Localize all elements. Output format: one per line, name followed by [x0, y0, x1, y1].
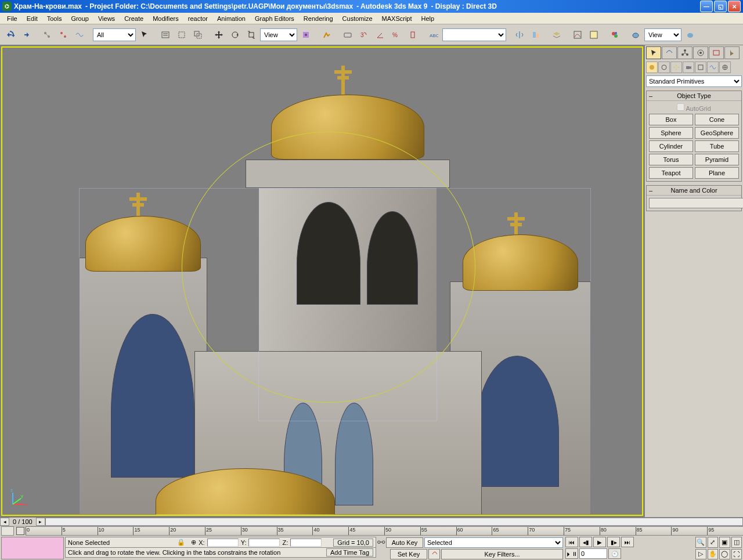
zoom-button[interactable]: 🔍 — [695, 537, 706, 548]
object-name-input[interactable] — [649, 198, 743, 208]
goto-end-button[interactable]: ⏭ — [621, 537, 634, 547]
bind-spacewarp-button[interactable] — [72, 27, 87, 42]
undo-button[interactable] — [2, 27, 17, 42]
x-input[interactable] — [207, 539, 239, 547]
select-button[interactable] — [137, 27, 152, 42]
keyfilters-button[interactable]: Key Filters... — [441, 549, 563, 559]
pan-button[interactable]: ✋ — [708, 549, 719, 560]
select-by-name-button[interactable] — [158, 27, 173, 42]
cone-button[interactable]: Cone — [695, 114, 739, 125]
menu-tools[interactable]: Tools — [42, 14, 67, 23]
name-color-header[interactable]: –Name and Color — [647, 186, 741, 196]
geometry-subtab[interactable] — [646, 62, 658, 73]
trackbar-toggle-button[interactable] — [1, 526, 14, 536]
render-preset-dropdown[interactable]: View — [644, 28, 681, 41]
current-frame-input[interactable] — [579, 548, 607, 559]
create-tab[interactable] — [646, 46, 661, 59]
play-button[interactable]: ▶ — [593, 537, 606, 547]
menu-animation[interactable]: Animation — [212, 14, 250, 23]
spinner-snap-button[interactable] — [405, 27, 420, 42]
pivot-center-button[interactable] — [298, 27, 313, 42]
menu-customize[interactable]: Customize — [338, 14, 377, 23]
render-scene-button[interactable] — [628, 27, 643, 42]
unlink-button[interactable] — [56, 27, 71, 42]
hierarchy-tab[interactable] — [677, 46, 692, 59]
next-frame-button[interactable]: ▮▸ — [607, 537, 620, 547]
menu-views[interactable]: Views — [93, 14, 120, 23]
transform-type-icon[interactable]: ⊕ — [191, 539, 196, 546]
move-button[interactable] — [211, 27, 226, 42]
box-button[interactable]: Box — [649, 114, 693, 125]
window-maximize-button[interactable]: ◱ — [714, 1, 727, 12]
time-config-button[interactable]: 🕙 — [608, 548, 621, 559]
selection-filter-dropdown[interactable]: All — [93, 28, 136, 41]
z-input[interactable] — [290, 539, 322, 547]
plane-button[interactable]: Plane — [695, 167, 739, 179]
menu-edit[interactable]: Edit — [22, 14, 42, 23]
shapes-subtab[interactable] — [658, 62, 670, 73]
cylinder-button[interactable]: Cylinder — [649, 140, 693, 152]
maximize-viewport-button[interactable]: ⛶ — [731, 549, 742, 560]
curve-editor-button[interactable] — [570, 27, 585, 42]
setkey-button[interactable]: Set Key — [390, 549, 427, 559]
snap-toggle-button[interactable]: 3 — [356, 27, 372, 42]
named-selection-dropdown[interactable] — [442, 28, 506, 41]
angle-snap-button[interactable] — [373, 27, 388, 42]
keyboard-shortcut-override-button[interactable] — [340, 27, 355, 42]
sphere-button[interactable]: Sphere — [649, 127, 693, 139]
zoom-extents-all-button[interactable]: ◫ — [731, 537, 742, 548]
arc-rotate-gizmo[interactable] — [182, 132, 476, 403]
geometry-category-dropdown[interactable]: Standard Primitives — [646, 75, 742, 87]
schematic-view-button[interactable] — [586, 27, 601, 42]
tube-button[interactable]: Tube — [695, 140, 739, 152]
manipulate-button[interactable] — [319, 27, 334, 42]
goto-start-button[interactable]: ⏮ — [565, 537, 578, 547]
object-type-header[interactable]: –Object Type — [647, 91, 741, 101]
scale-button[interactable] — [244, 27, 259, 42]
torus-button[interactable]: Torus — [649, 154, 693, 165]
helpers-subtab[interactable] — [695, 62, 706, 73]
prev-frame-button[interactable]: ◂▮ — [579, 537, 592, 547]
window-minimize-button[interactable]: — — [700, 1, 713, 12]
add-time-tag-button[interactable]: Add Time Tag — [326, 548, 373, 557]
window-crossing-button[interactable] — [190, 27, 205, 42]
zoom-all-button[interactable]: ⤢ — [708, 537, 719, 548]
window-close-button[interactable]: ✕ — [728, 1, 741, 12]
menu-modifiers[interactable]: Modifiers — [148, 14, 183, 23]
menu-group[interactable]: Group — [66, 14, 93, 23]
menu-grapheditors[interactable]: Graph Editors — [250, 14, 299, 23]
motion-tab[interactable] — [693, 46, 708, 59]
hscroll-left-button[interactable]: ◂ — [0, 518, 9, 526]
time-ruler[interactable]: 0510152025303540455055606570758085909510… — [26, 526, 743, 536]
hscroll-right-button[interactable]: ▸ — [36, 518, 45, 526]
percent-snap-button[interactable]: % — [389, 27, 404, 42]
arc-rotate-button[interactable]: ◯ — [719, 549, 730, 560]
lock-icon[interactable]: 🔒 — [174, 539, 189, 546]
menu-help[interactable]: Help — [417, 14, 439, 23]
utilities-tab[interactable] — [724, 46, 740, 59]
align-button[interactable] — [528, 27, 543, 42]
named-selections-button[interactable]: ABC — [426, 27, 441, 42]
menu-create[interactable]: Create — [120, 14, 148, 23]
y-input[interactable] — [248, 539, 280, 547]
menu-reactor[interactable]: reactor — [183, 14, 212, 23]
select-region-button[interactable] — [174, 27, 189, 42]
autogrid-checkbox[interactable]: AutoGrid — [677, 103, 711, 112]
key-mode-toggle-button[interactable]: ⏵⏸ — [565, 548, 578, 559]
geosphere-button[interactable]: GeoSphere — [695, 127, 739, 139]
menu-rendering[interactable]: Rendering — [299, 14, 338, 23]
ref-coord-dropdown[interactable]: View — [260, 28, 297, 41]
perspective-viewport[interactable]: Perspective — [1, 46, 643, 516]
modify-tab[interactable] — [662, 46, 677, 59]
zoom-extents-button[interactable]: ▣ — [719, 537, 730, 548]
cameras-subtab[interactable] — [683, 62, 694, 73]
time-slider[interactable] — [16, 527, 24, 535]
link-button[interactable] — [39, 27, 55, 42]
setkey-key-icon[interactable] — [428, 549, 440, 559]
layer-manager-button[interactable] — [549, 27, 564, 42]
redo-button[interactable] — [19, 27, 34, 42]
teapot-button[interactable]: Teapot — [649, 167, 693, 179]
keymode-dropdown[interactable]: Selected — [424, 537, 563, 548]
display-tab[interactable] — [709, 46, 724, 59]
hscroll-track[interactable] — [45, 518, 743, 526]
